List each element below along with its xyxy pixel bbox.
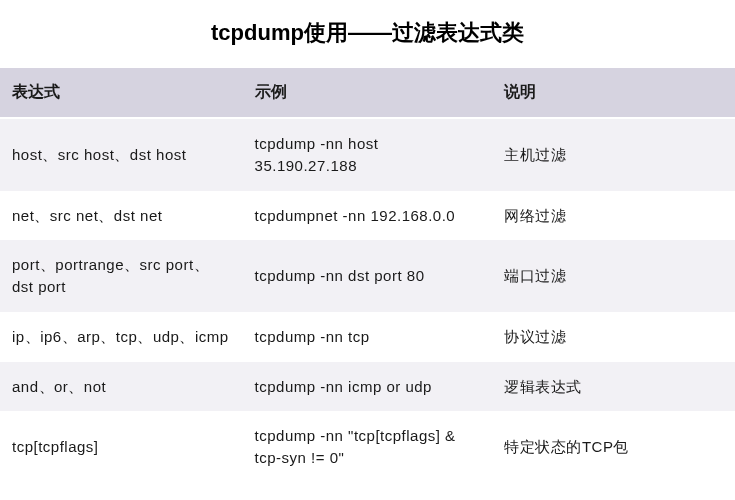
table-row: port、portrange、src port、dst port tcpdump…	[0, 240, 735, 312]
cell-expression: tcp[tcpflags]	[0, 411, 243, 483]
cell-description: 特定状态的TCP包	[492, 411, 735, 483]
table-body: host、src host、dst host tcpdump -nn host …	[0, 118, 735, 483]
header-example: 示例	[243, 68, 493, 118]
cell-example: tcpdump -nn tcp	[243, 312, 493, 362]
table-row: ip、ip6、arp、tcp、udp、icmp tcpdump -nn tcp …	[0, 312, 735, 362]
cell-expression: net、src net、dst net	[0, 191, 243, 241]
page-title: tcpdump使用——过滤表达式类	[0, 0, 735, 68]
cell-description: 网络过滤	[492, 191, 735, 241]
cell-example: tcpdumpnet -nn 192.168.0.0	[243, 191, 493, 241]
header-row: 表达式 示例 说明	[0, 68, 735, 118]
cell-example: tcpdump -nn "tcp[tcpflags] & tcp-syn != …	[243, 411, 493, 483]
cell-example: tcpdump -nn icmp or udp	[243, 362, 493, 412]
header-description: 说明	[492, 68, 735, 118]
document-container: tcpdump使用——过滤表达式类 表达式 示例 说明 host、src hos…	[0, 0, 735, 483]
header-expression: 表达式	[0, 68, 243, 118]
filter-table: 表达式 示例 说明 host、src host、dst host tcpdump…	[0, 68, 735, 483]
cell-expression: and、or、not	[0, 362, 243, 412]
table-row: net、src net、dst net tcpdumpnet -nn 192.1…	[0, 191, 735, 241]
cell-description: 逻辑表达式	[492, 362, 735, 412]
table-row: tcp[tcpflags] tcpdump -nn "tcp[tcpflags]…	[0, 411, 735, 483]
cell-description: 协议过滤	[492, 312, 735, 362]
cell-expression: ip、ip6、arp、tcp、udp、icmp	[0, 312, 243, 362]
cell-expression: host、src host、dst host	[0, 118, 243, 191]
cell-expression: port、portrange、src port、dst port	[0, 240, 243, 312]
table-row: and、or、not tcpdump -nn icmp or udp 逻辑表达式	[0, 362, 735, 412]
cell-example: tcpdump -nn dst port 80	[243, 240, 493, 312]
cell-example: tcpdump -nn host 35.190.27.188	[243, 118, 493, 191]
cell-description: 端口过滤	[492, 240, 735, 312]
cell-description: 主机过滤	[492, 118, 735, 191]
table-header: 表达式 示例 说明	[0, 68, 735, 118]
table-row: host、src host、dst host tcpdump -nn host …	[0, 118, 735, 191]
